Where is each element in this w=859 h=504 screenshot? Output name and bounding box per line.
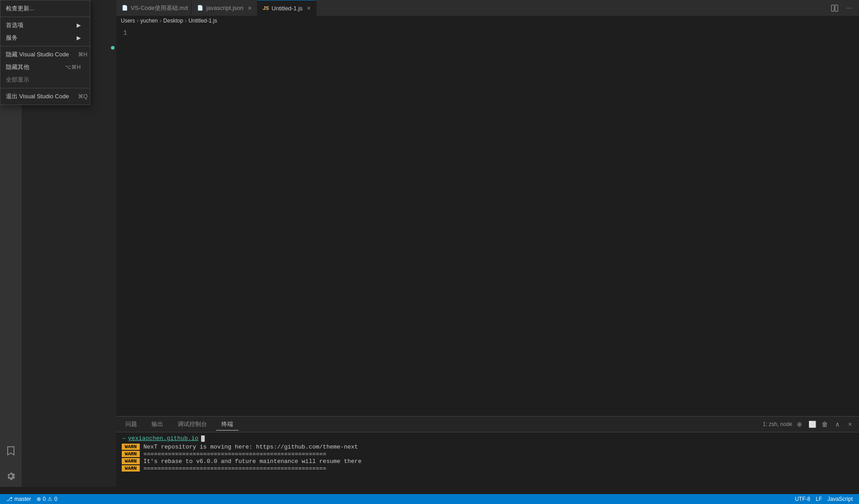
menu-item-hide-others[interactable]: 隐藏其他 ⌥⌘H — [0, 61, 90, 73]
warn-line: WARNNexT repository is moving here: http… — [122, 444, 854, 450]
breadcrumb-sep-2: › — [160, 18, 161, 24]
terminal-trash-button[interactable]: 🗑 — [819, 419, 830, 430]
shortcut-hide-others: ⌥⌘H — [65, 64, 81, 70]
menu-item-show-all[interactable]: 全部显示 — [0, 73, 90, 86]
menu-item-preferences[interactable]: 首选项 ▶ — [0, 19, 90, 32]
tab-js-json[interactable]: 📄 javascript.json × — [192, 0, 257, 16]
tab-close-js-json[interactable]: × — [246, 5, 253, 12]
status-encoding[interactable]: UTF-8 — [792, 494, 813, 504]
menu-item-check-update[interactable]: 检查更新... — [0, 2, 90, 15]
status-line-ending[interactable]: LF — [813, 494, 825, 504]
warning-icon: ⚠ — [47, 496, 52, 502]
breadcrumb-users[interactable]: Users — [121, 18, 135, 24]
tab-label-md: VS-Code使用基础.md — [131, 4, 188, 12]
line-ending-label: LF — [816, 496, 822, 502]
warn-badge: WARN — [122, 458, 140, 464]
status-bar: ⎇ master ⊗ 0 ⚠ 0 UTF-8 LF JavaScript — [0, 494, 859, 504]
tab-label-untitled: Untitled-1.js — [271, 5, 303, 12]
menu-item-hide-vscode[interactable]: 隐藏 Visual Studio Code ⌘H — [0, 48, 90, 61]
warning-count: 0 — [54, 496, 57, 502]
terminal-controls: 1: zsh, node ⊕ ⬜ 🗑 ∧ × — [763, 419, 855, 430]
tab-icon-md: 📄 — [122, 5, 128, 11]
terminal-tab-debug[interactable]: 调试控制台 — [172, 418, 212, 430]
split-editor-button[interactable] — [828, 2, 841, 14]
terminal-panel: 问题 输出 调试控制台 终端 1: zsh, node ⊕ ⬜ 🗑 ∧ × → … — [116, 416, 859, 504]
tab-right-controls: ··· — [828, 0, 859, 16]
menu-label-preferences: 首选项 — [6, 21, 77, 29]
status-branch[interactable]: ⎇ master — [4, 494, 34, 504]
terminal-cursor — [201, 435, 205, 442]
preferences-arrow-icon: ▶ — [77, 22, 81, 28]
terminal-tab-problems[interactable]: 问题 — [120, 418, 142, 430]
terminal-url[interactable]: yexiaochen.github.io — [128, 435, 198, 442]
terminal-body[interactable]: → yexiaochen.github.io WARNNexT reposito… — [116, 432, 859, 504]
terminal-tab-terminal[interactable]: 终端 — [216, 418, 239, 431]
breadcrumb-file[interactable]: Untitled-1.js — [188, 18, 217, 24]
breadcrumb-desktop[interactable]: Desktop — [163, 18, 183, 24]
menu-label-services: 服务 — [6, 34, 77, 42]
menu-label-hide-vscode: 隐藏 Visual Studio Code — [6, 50, 69, 59]
tab-icon-untitled: JS — [263, 5, 269, 11]
services-arrow-icon: ▶ — [77, 35, 81, 41]
warn-text: ========================================… — [140, 465, 326, 472]
tab-label-js-json: javascript.json — [206, 5, 243, 11]
source-indicator — [111, 46, 115, 50]
terminal-tab-output[interactable]: 输出 — [146, 418, 169, 430]
terminal-chevron-up-button[interactable]: ∧ — [832, 419, 843, 430]
tab-icon-js-json: 📄 — [197, 5, 203, 11]
menu-label-show-all: 全部显示 — [6, 76, 81, 84]
activity-bar-settings[interactable] — [0, 465, 22, 487]
warn-text: NexT repository is moving here: https://… — [140, 444, 358, 450]
terminal-warn-block: WARNNexT repository is moving here: http… — [122, 444, 854, 472]
terminal-maximize-button[interactable]: ⬜ — [807, 419, 818, 430]
error-count: 0 — [43, 496, 46, 502]
warn-badge: WARN — [122, 465, 140, 472]
menu-label-check-update: 检查更新... — [6, 5, 81, 13]
activity-bar-bookmark[interactable] — [0, 440, 22, 462]
breadcrumb-yuchen[interactable]: yuchen — [140, 18, 158, 24]
svg-rect-10 — [835, 5, 838, 11]
shortcut-hide-vscode: ⌘H — [78, 51, 87, 58]
shortcut-quit: ⌘Q — [78, 93, 87, 100]
menu-label-hide-others: 隐藏其他 — [6, 63, 56, 71]
warn-badge: WARN — [122, 451, 140, 457]
terminal-close-button[interactable]: × — [845, 419, 855, 430]
breadcrumb-sep-1: › — [137, 18, 138, 24]
menu-item-quit[interactable]: 退出 Visual Studio Code ⌘Q — [0, 90, 90, 103]
tab-close-untitled[interactable]: × — [305, 5, 312, 12]
line-number-1: 1 — [116, 29, 134, 37]
svg-rect-9 — [831, 5, 834, 11]
warn-text: ========================================… — [140, 451, 326, 458]
warn-line: WARN====================================… — [122, 451, 854, 458]
menu-sep-3 — [0, 88, 90, 88]
language-label: JavaScript — [827, 496, 853, 502]
breadcrumb: Users › yuchen › Desktop › Untitled-1.js — [116, 16, 859, 26]
status-language[interactable]: JavaScript — [825, 494, 855, 504]
warn-text: It's rebase to v6.0.0 and future mainten… — [140, 458, 362, 465]
branch-name: master — [14, 496, 31, 502]
ellipsis-icon: ··· — [846, 4, 852, 12]
warn-badge: WARN — [122, 444, 140, 450]
menu-sep-2 — [0, 46, 90, 46]
menu-label-quit: 退出 Visual Studio Code — [6, 92, 69, 101]
error-icon: ⊗ — [37, 496, 41, 502]
status-errors[interactable]: ⊗ 0 ⚠ 0 — [34, 494, 60, 504]
git-branch-icon: ⎇ — [6, 496, 13, 502]
tabs-bar: 📄 VS-Code使用基础.md 📄 javascript.json × JS … — [116, 0, 859, 16]
menu-item-services[interactable]: 服务 ▶ — [0, 32, 90, 44]
terminal-instance-label: 1: zsh, node — [763, 421, 792, 427]
terminal-prompt-line: → yexiaochen.github.io — [122, 435, 854, 442]
context-menu: 检查更新... 首选项 ▶ 服务 ▶ 隐藏 Visual Studio Code… — [0, 0, 90, 105]
breadcrumb-sep-3: › — [185, 18, 187, 24]
warn-line: WARN====================================… — [122, 465, 854, 472]
warn-line: WARNIt's rebase to v6.0.0 and future mai… — [122, 458, 854, 465]
menu-sep-1 — [0, 17, 90, 17]
tab-untitled[interactable]: JS Untitled-1.js × — [257, 0, 317, 16]
editor[interactable]: 1 — [116, 26, 859, 416]
terminal-tabs-bar: 问题 输出 调试控制台 终端 1: zsh, node ⊕ ⬜ 🗑 ∧ × — [116, 417, 859, 432]
terminal-arrow-icon: → — [122, 435, 125, 442]
terminal-split-button[interactable]: ⊕ — [794, 419, 805, 430]
more-actions-button[interactable]: ··· — [843, 2, 855, 14]
encoding-label: UTF-8 — [795, 496, 810, 502]
tab-md[interactable]: 📄 VS-Code使用基础.md — [116, 0, 192, 16]
